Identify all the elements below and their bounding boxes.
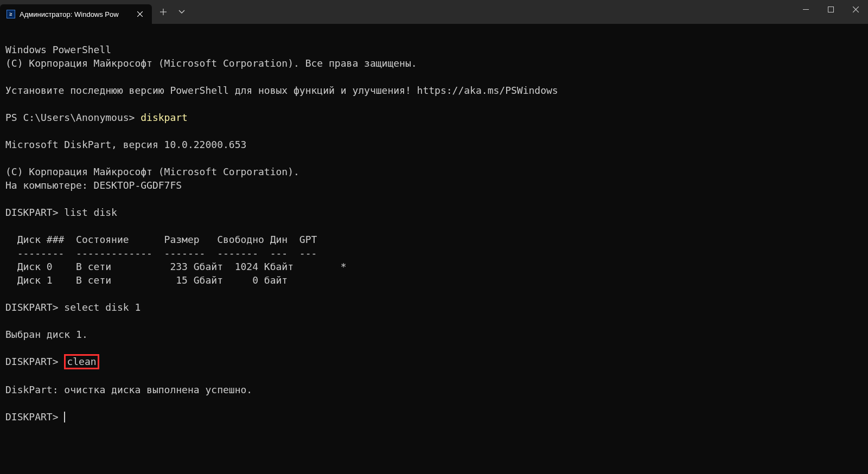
diskpart-prompt: DISKPART> [5, 356, 64, 367]
window-controls [793, 0, 868, 22]
table-row: Диск 1 В сети 15 Gбайт 0 байт [5, 274, 288, 286]
table-separator: -------- ------------- ------- ------- -… [5, 247, 317, 259]
powershell-icon-glyph: ≥ [10, 11, 12, 17]
powershell-icon: ≥ [7, 10, 15, 18]
title-bar: ≥ Администратор: Windows Pow [0, 0, 868, 24]
minimize-icon [803, 9, 809, 10]
output-line: На компьютере: DESKTOP-GGDF7FS [5, 180, 182, 191]
output-line: (C) Корпорация Майкрософт (Microsoft Cor… [5, 166, 299, 177]
new-tab-button[interactable] [154, 3, 173, 21]
prompt-text: PS C:\Users\Anonymous> [5, 112, 141, 123]
svg-rect-5 [828, 7, 833, 12]
output-line: Microsoft DiskPart, версия 10.0.22000.65… [5, 139, 246, 150]
maximize-button[interactable] [818, 0, 843, 18]
plus-icon [160, 9, 167, 15]
output-line: DiskPart: очистка диска выполнена успешн… [5, 384, 252, 395]
output-line: Выбран диск 1. [5, 329, 88, 340]
terminal-tab[interactable]: ≥ Администратор: Windows Pow [0, 4, 152, 24]
close-icon [853, 7, 859, 12]
table-header: Диск ### Состояние Размер Свободно Дин G… [5, 234, 317, 245]
tab-close-button[interactable] [135, 9, 145, 20]
close-icon [137, 11, 143, 17]
terminal-output[interactable]: Windows PowerShell (C) Корпорация Майкро… [0, 24, 868, 429]
highlighted-command: clean [64, 354, 99, 369]
minimize-button[interactable] [793, 0, 818, 18]
output-line: Установите последнюю версию PowerShell д… [5, 85, 558, 96]
maximize-icon [828, 7, 834, 12]
diskpart-prompt: DISKPART> select disk 1 [5, 302, 141, 313]
cursor [64, 412, 65, 422]
diskpart-prompt: DISKPART> [5, 411, 64, 422]
output-line: (C) Корпорация Майкрософт (Microsoft Cor… [5, 57, 417, 69]
command-text: diskpart [141, 112, 188, 123]
tab-title: Администратор: Windows Pow [20, 10, 130, 18]
table-row: Диск 0 В сети 233 Gбайт 1024 Кбайт * [5, 261, 347, 272]
chevron-down-icon [178, 10, 185, 14]
diskpart-prompt: DISKPART> list disk [5, 207, 117, 218]
tab-dropdown-button[interactable] [173, 3, 191, 21]
output-line: Windows PowerShell [5, 44, 111, 55]
window-close-button[interactable] [843, 0, 868, 18]
